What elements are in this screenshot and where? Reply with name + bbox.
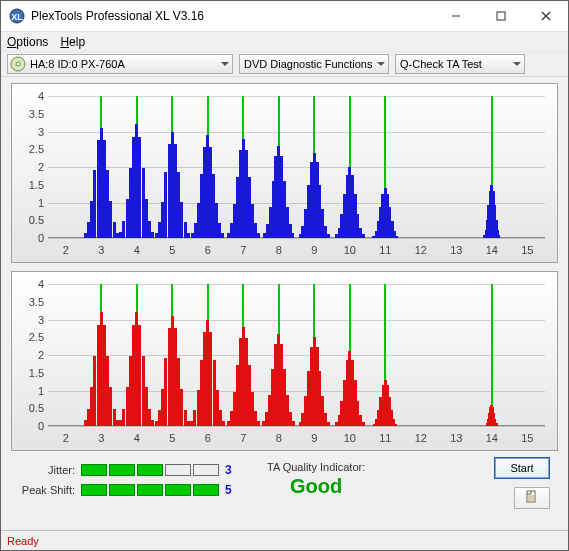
window-title: PlexTools Professional XL V3.16: [31, 9, 433, 23]
xtick-label: 3: [98, 432, 104, 444]
start-button[interactable]: Start: [494, 457, 550, 479]
ytick-label: 3: [18, 126, 44, 138]
xtick-label: 14: [486, 432, 498, 444]
plot-area: 00.511.522.533.5423456789101112131415: [48, 96, 545, 238]
ytick-label: 2.5: [18, 143, 44, 155]
statusbar: Ready: [1, 530, 568, 550]
function-select-label: DVD Diagnostic Functions: [244, 58, 372, 70]
ytick-label: 2: [18, 161, 44, 173]
metric-block: Jitter: 3 Peak Shift: 5: [15, 463, 239, 497]
ytick-label: 2.5: [18, 331, 44, 343]
titlebar: XL PlexTools Professional XL V3.16: [1, 1, 568, 31]
ytick-label: 3.5: [18, 296, 44, 308]
menu-help[interactable]: Help: [60, 35, 85, 49]
xtick-label: 13: [450, 244, 462, 256]
xtick-label: 12: [415, 244, 427, 256]
status-text: Ready: [7, 535, 39, 547]
function-select[interactable]: DVD Diagnostic Functions: [239, 54, 389, 74]
xtick-label: 5: [169, 432, 175, 444]
xtick-label: 5: [169, 244, 175, 256]
ytick-label: 4: [18, 278, 44, 290]
xtick-label: 15: [521, 432, 533, 444]
xtick-label: 4: [134, 432, 140, 444]
xtick-label: 6: [205, 432, 211, 444]
segment: [109, 484, 135, 496]
xtick-label: 10: [344, 244, 356, 256]
ytick-label: 1: [18, 385, 44, 397]
xtick-label: 8: [276, 244, 282, 256]
app-icon: XL: [9, 8, 25, 24]
export-button[interactable]: [514, 487, 550, 509]
xtick-label: 12: [415, 432, 427, 444]
peakshift-value: 5: [225, 483, 239, 497]
xtick-label: 7: [240, 432, 246, 444]
xtick-label: 3: [98, 244, 104, 256]
menubar: Options Help: [1, 31, 568, 51]
ytick-label: 1: [18, 197, 44, 209]
peakshift-bar: [81, 484, 219, 496]
bottom-panel: Jitter: 3 Peak Shift: 5 TA Quality Indic…: [1, 453, 568, 502]
ytick-label: 2: [18, 349, 44, 361]
document-icon: [525, 490, 539, 506]
drive-select[interactable]: HA:8 ID:0 PX-760A: [7, 54, 233, 74]
toolbar: HA:8 ID:0 PX-760A DVD Diagnostic Functio…: [1, 51, 568, 77]
chart-pit: 00.511.522.533.5423456789101112131415: [11, 83, 558, 263]
xtick-label: 10: [344, 432, 356, 444]
chevron-down-icon: [513, 62, 521, 66]
segment: [109, 464, 135, 476]
chart-land: 00.511.522.533.5423456789101112131415: [11, 271, 558, 451]
xtick-label: 9: [311, 244, 317, 256]
minimize-button[interactable]: [433, 1, 478, 31]
drive-select-label: HA:8 ID:0 PX-760A: [30, 58, 125, 70]
segment: [193, 484, 219, 496]
segment: [165, 484, 191, 496]
chevron-down-icon: [221, 62, 229, 66]
menu-options[interactable]: Options: [7, 35, 48, 49]
right-buttons: Start: [494, 457, 550, 509]
segment: [81, 484, 107, 496]
quality-value: Good: [267, 475, 365, 498]
quality-caption: TA Quality Indicator:: [267, 461, 365, 473]
xtick-label: 11: [379, 432, 391, 444]
peakshift-row: Peak Shift: 5: [15, 483, 239, 497]
jitter-label: Jitter:: [15, 464, 75, 476]
jitter-bar: [81, 464, 219, 476]
xtick-label: 2: [63, 244, 69, 256]
quality-block: TA Quality Indicator: Good: [267, 461, 365, 498]
ytick-label: 0.5: [18, 214, 44, 226]
disc-icon: [10, 56, 26, 72]
ytick-label: 0.5: [18, 402, 44, 414]
start-label: Start: [510, 462, 533, 474]
ytick-label: 0: [18, 232, 44, 244]
xtick-label: 2: [63, 432, 69, 444]
close-button[interactable]: [523, 1, 568, 31]
chart-wrap: 00.511.522.533.5423456789101112131415: [1, 265, 568, 453]
ytick-label: 3.5: [18, 108, 44, 120]
chart-wrap: 00.511.522.533.5423456789101112131415: [1, 77, 568, 265]
xtick-label: 7: [240, 244, 246, 256]
xtick-label: 9: [311, 432, 317, 444]
segment: [137, 464, 163, 476]
ytick-label: 1.5: [18, 367, 44, 379]
segment: [137, 484, 163, 496]
test-select[interactable]: Q-Check TA Test: [395, 54, 525, 74]
svg-rect-3: [497, 12, 505, 20]
plot-area: 00.511.522.533.5423456789101112131415: [48, 284, 545, 426]
svg-point-7: [16, 62, 20, 66]
jitter-row: Jitter: 3: [15, 463, 239, 477]
ytick-label: 1.5: [18, 179, 44, 191]
xtick-label: 13: [450, 432, 462, 444]
peakshift-label: Peak Shift:: [15, 484, 75, 496]
xtick-label: 11: [379, 244, 391, 256]
chevron-down-icon: [377, 62, 385, 66]
segment: [193, 464, 219, 476]
xtick-label: 15: [521, 244, 533, 256]
xtick-label: 14: [486, 244, 498, 256]
ytick-label: 4: [18, 90, 44, 102]
xtick-label: 8: [276, 432, 282, 444]
segment: [81, 464, 107, 476]
svg-text:XL: XL: [11, 12, 23, 22]
xtick-label: 4: [134, 244, 140, 256]
maximize-button[interactable]: [478, 1, 523, 31]
xtick-label: 6: [205, 244, 211, 256]
